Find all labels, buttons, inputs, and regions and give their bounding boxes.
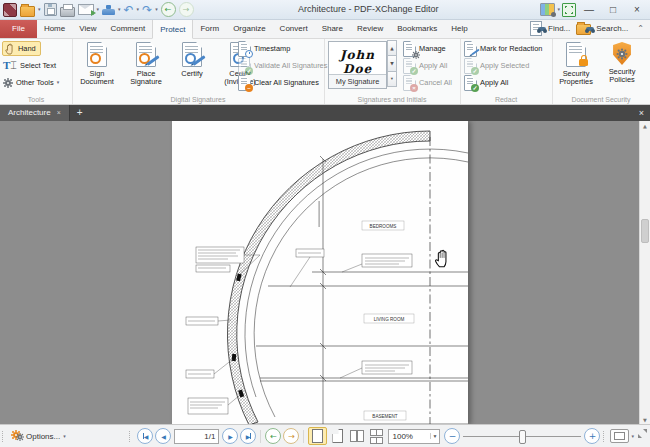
view-back-button[interactable]: ← (265, 428, 281, 444)
undo-dropdown-caret[interactable]: ▾ (137, 7, 140, 12)
zoom-in-button[interactable]: + (584, 428, 600, 444)
fullscreen-icon[interactable] (562, 3, 576, 17)
page-number-field[interactable]: 1/1 (174, 429, 219, 444)
tab-home[interactable]: Home (37, 19, 72, 38)
sign-document-button[interactable]: Sign Document (74, 41, 120, 93)
single-page-layout-button[interactable] (308, 427, 327, 445)
stamp-button[interactable] (102, 2, 115, 17)
two-page-continuous-layout-button[interactable] (367, 428, 384, 444)
manage-signatures-button[interactable]: Manage (403, 41, 446, 56)
next-page-button[interactable]: ▶ (222, 428, 238, 444)
pdf-page[interactable]: BEDROOMS LIVING ROOM BASEMENT (172, 121, 468, 425)
other-tools-button[interactable]: Other Tools ▾ (3, 75, 59, 90)
select-text-button[interactable]: T⌶ Select Text (3, 58, 56, 73)
redact-apply-all-button[interactable]: ✓ Apply All (464, 75, 508, 90)
certify-label: Certify (181, 70, 202, 78)
mark-for-redaction-button[interactable]: Mark for Redaction (464, 41, 542, 56)
grid-pages-icon (370, 429, 381, 444)
customize-dropdown-caret[interactable]: ▾ (557, 7, 560, 12)
tab-help[interactable]: Help (444, 19, 474, 38)
cancel-all-signatures-button[interactable]: × Cancel All (403, 75, 452, 90)
tab-form[interactable]: Form (193, 19, 226, 38)
history-forward-button[interactable]: → (179, 2, 194, 17)
tab-bookmarks[interactable]: Bookmarks (390, 19, 444, 38)
find-button[interactable]: Find... (530, 21, 570, 36)
first-page-button[interactable]: ◀ (137, 428, 153, 444)
two-page-layout-button[interactable] (348, 428, 365, 444)
last-page-button[interactable]: ▶ (240, 428, 256, 444)
select-text-icon: T⌶ (3, 60, 17, 71)
security-properties-label: Security Properties (556, 70, 596, 86)
redo-dropdown-caret[interactable]: ▾ (155, 7, 158, 12)
certify-button[interactable]: Certify (172, 41, 212, 93)
fit-page-button[interactable] (610, 429, 629, 443)
save-button[interactable] (44, 2, 57, 17)
timestamp-button[interactable]: Timestamp (238, 41, 290, 56)
place-signature-button[interactable]: Place Signature (122, 41, 170, 93)
validate-signatures-icon: ✓ (238, 58, 251, 74)
undo-button[interactable]: ↶ (124, 2, 134, 17)
tab-review[interactable]: Review (350, 19, 390, 38)
fit-dropdown-caret[interactable]: ▾ (631, 434, 634, 439)
minimize-button[interactable]: — (578, 1, 600, 18)
customize-ui-icon[interactable] (540, 3, 555, 16)
tab-organize[interactable]: Organize (226, 19, 272, 38)
tab-view[interactable]: View (72, 19, 103, 38)
signature-preview[interactable]: John Doe My Signature (328, 41, 387, 89)
tab-protect[interactable]: Protect (152, 19, 193, 39)
maximize-button[interactable]: □ (602, 1, 624, 18)
spinner-up-button[interactable]: ▲ (387, 40, 397, 56)
tab-convert[interactable]: Convert (273, 19, 315, 38)
open-file-button[interactable] (20, 2, 35, 17)
close-button[interactable]: × (626, 1, 648, 18)
single-page-icon (312, 429, 323, 443)
stamp-icon (102, 9, 115, 15)
previous-page-button[interactable]: ◀ (155, 428, 171, 444)
other-tools-label: Other Tools (16, 78, 54, 87)
open-dropdown-caret[interactable]: ▾ (38, 7, 41, 12)
apply-selected-button[interactable]: ✓ Apply Selected (464, 58, 529, 73)
hand-tool-button[interactable]: Hand (2, 41, 41, 56)
signature-spinner: ▲ ▼ ▾ (387, 41, 397, 87)
redo-button[interactable]: ↷ (142, 2, 152, 17)
continuous-layout-button[interactable] (329, 428, 346, 444)
other-tools-caret: ▾ (57, 80, 60, 85)
vertical-scrollbar[interactable]: ▲ ▼ (639, 121, 650, 425)
new-tab-button[interactable]: + (70, 104, 90, 121)
tab-file[interactable]: File (0, 19, 37, 38)
collapse-ribbon-button[interactable]: ⌃ (634, 24, 647, 33)
binoculars-icon (538, 27, 546, 31)
email-dropdown-caret[interactable]: ▾ (97, 7, 100, 12)
search-button[interactable]: Search... (576, 22, 628, 35)
zoom-slider-thumb[interactable] (519, 430, 526, 444)
document-viewport[interactable]: BEDROOMS LIVING ROOM BASEMENT ▲ ▼ (0, 121, 650, 425)
close-tab-icon[interactable]: × (57, 109, 61, 116)
document-tab-architecture[interactable]: Architecture × (0, 104, 70, 121)
spinner-dropdown-button[interactable]: ▾ (387, 71, 397, 87)
resize-corner-icon[interactable] (638, 429, 647, 438)
security-policies-button[interactable]: Security Policies (600, 41, 644, 93)
options-button[interactable]: Options... ▾ (26, 432, 66, 441)
close-all-documents-icon[interactable]: × (633, 104, 650, 121)
tab-share[interactable]: Share (315, 19, 350, 38)
zoom-level-dropdown[interactable]: 100% ▼ (388, 429, 440, 444)
history-back-button[interactable]: ← (161, 2, 176, 17)
spinner-down-button[interactable]: ▼ (387, 55, 397, 71)
clear-all-signatures-button[interactable]: – Clear All Signatures (238, 75, 319, 90)
scroll-down-icon[interactable]: ▼ (643, 417, 647, 423)
print-button[interactable] (60, 2, 75, 17)
validate-all-label: Validate All Signatures (254, 61, 327, 70)
zoom-slider[interactable] (463, 429, 581, 443)
view-forward-button[interactable]: → (283, 428, 299, 444)
validate-all-signatures-button[interactable]: ✓ Validate All Signatures (238, 58, 327, 73)
tab-comment[interactable]: Comment (103, 19, 152, 38)
stamp-dropdown-caret[interactable]: ▾ (118, 7, 121, 12)
apply-all-signatures-button[interactable]: ✓ Apply All (403, 58, 447, 73)
zoom-out-button[interactable]: − (444, 428, 460, 444)
place-signature-label: Place Signature (122, 70, 170, 86)
scroll-up-icon[interactable]: ▲ (643, 121, 647, 129)
email-button[interactable] (78, 2, 94, 17)
security-properties-button[interactable]: Security Properties (556, 41, 596, 93)
lock-icon (579, 59, 588, 66)
scrollbar-thumb[interactable] (641, 219, 649, 243)
